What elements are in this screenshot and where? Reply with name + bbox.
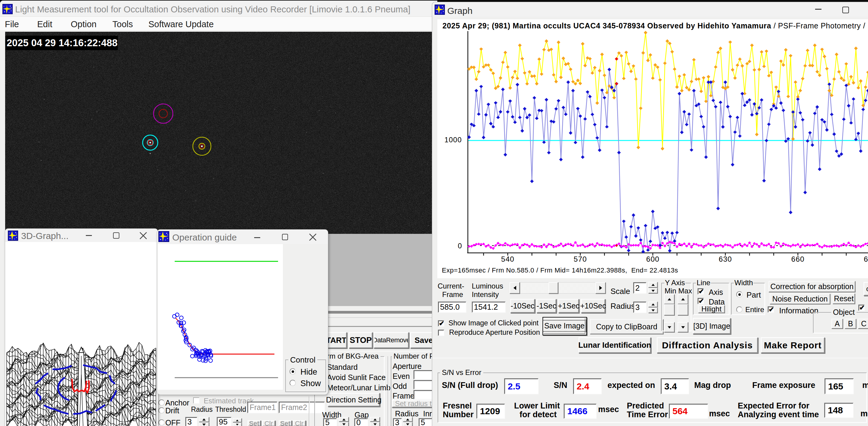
svg-text:690: 690: [864, 255, 868, 263]
svg-text:660: 660: [791, 255, 805, 263]
svg-text:600: 600: [646, 255, 659, 263]
svg-text:570: 570: [574, 255, 587, 263]
svg-text:540: 540: [501, 255, 515, 263]
svg-text:1000: 1000: [444, 136, 462, 144]
svg-text:630: 630: [719, 255, 732, 263]
svg-text:0: 0: [458, 242, 462, 250]
